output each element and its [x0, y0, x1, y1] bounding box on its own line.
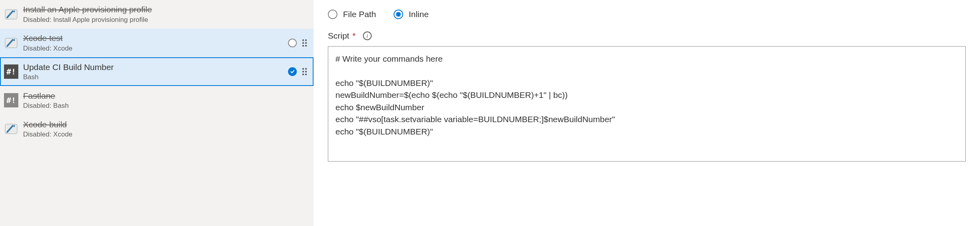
radio-label: Inline [409, 10, 429, 19]
radio-icon [394, 10, 403, 19]
task-subtitle: Disabled: Bash [23, 102, 308, 110]
task-subtitle: Disabled: Xcode [23, 45, 288, 53]
task-title: Fastlane [23, 91, 308, 101]
bash-icon: #! [4, 64, 18, 79]
task-detail-panel: File Path Inline Script * i [314, 0, 980, 226]
radio-label: File Path [343, 10, 376, 19]
task-title: Install an Apple provisioning profile [23, 4, 308, 15]
task-title: Xcode test [23, 33, 288, 43]
task-selected-check-icon[interactable] [288, 67, 297, 76]
pipeline-task-list: Install an Apple provisioning profile Di… [0, 0, 314, 226]
task-subtitle: Disabled: Install Apple provisioning pro… [23, 16, 308, 24]
script-type-inline[interactable]: Inline [394, 10, 429, 19]
bash-icon: #! [4, 93, 18, 107]
script-field-label: Script * [328, 31, 356, 41]
task-subtitle: Bash [23, 73, 288, 81]
script-type-radio-group: File Path Inline [328, 10, 966, 19]
task-item-xcode-test[interactable]: Xcode test Disabled: Xcode [0, 29, 314, 57]
drag-handle-icon[interactable] [302, 68, 308, 75]
required-asterisk: * [353, 31, 356, 40]
task-subtitle: Disabled: Xcode [23, 131, 308, 138]
task-item-install-provisioning[interactable]: Install an Apple provisioning profile Di… [0, 0, 314, 29]
xcode-icon [4, 36, 18, 50]
task-item-xcode-build[interactable]: Xcode build Disabled: Xcode [0, 115, 314, 143]
info-icon[interactable]: i [363, 31, 372, 40]
radio-icon [328, 10, 337, 19]
xcode-icon [4, 7, 18, 21]
task-title: Update CI Build Number [23, 62, 288, 72]
task-title: Xcode build [23, 119, 308, 130]
script-type-file-path[interactable]: File Path [328, 10, 376, 19]
script-input[interactable] [328, 46, 966, 162]
task-item-fastlane[interactable]: #! Fastlane Disabled: Bash [0, 86, 314, 115]
task-item-update-ci-build-number[interactable]: #! Update CI Build Number Bash [0, 57, 314, 86]
task-select-radio[interactable] [288, 39, 297, 47]
xcode-icon [4, 122, 18, 136]
drag-handle-icon[interactable] [302, 39, 308, 47]
